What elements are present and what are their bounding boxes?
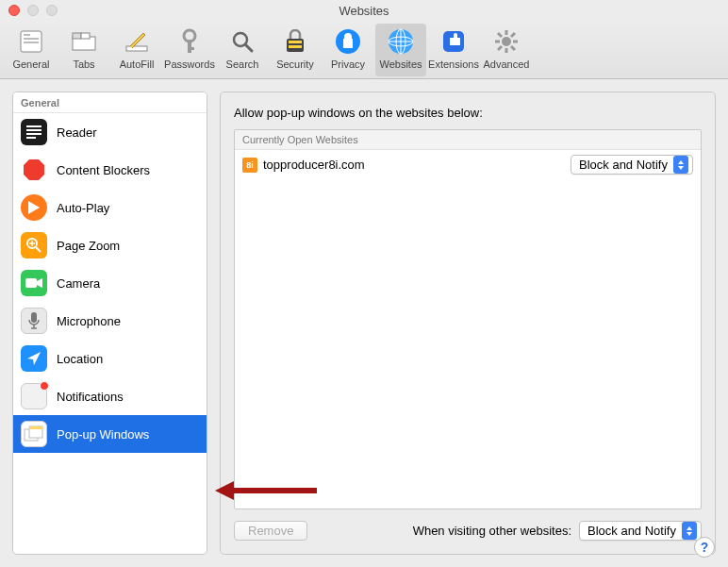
svg-rect-9	[188, 40, 191, 53]
toolbar-label: Websites	[379, 58, 422, 70]
sidebar-item-notifications[interactable]: Notifications	[13, 377, 207, 415]
sidebar-item-content-blockers[interactable]: Content Blockers	[13, 151, 207, 189]
site-domain: topproducer8i.com	[263, 158, 565, 172]
websites-icon	[386, 26, 416, 57]
toolbar-label: Security	[276, 58, 314, 70]
auto-play-icon	[21, 194, 47, 221]
reader-icon	[21, 119, 47, 145]
close-window-button[interactable]	[8, 5, 20, 16]
dropdown-arrows-icon	[682, 522, 697, 540]
traffic-lights	[8, 5, 58, 16]
main-heading: Allow pop-up windows on the websites bel…	[234, 106, 702, 120]
sidebar-item-label: Page Zoom	[57, 239, 120, 253]
svg-rect-33	[26, 129, 41, 131]
svg-rect-34	[26, 133, 41, 135]
help-button[interactable]: ?	[694, 537, 715, 558]
titlebar: Websites	[0, 0, 728, 21]
svg-line-31	[511, 33, 515, 37]
toolbar-label: General	[12, 58, 49, 70]
toolbar-label: Privacy	[331, 58, 365, 70]
site-favicon-icon: 8i	[242, 158, 257, 173]
svg-rect-15	[289, 45, 302, 48]
window-title: Websites	[339, 4, 389, 18]
sidebar-section-header: General	[13, 92, 207, 113]
dropdown-arrows-icon	[673, 156, 688, 174]
sidebar-item-label: Microphone	[57, 314, 121, 328]
svg-rect-1	[24, 34, 30, 36]
toolbar-tab-passwords[interactable]: Passwords	[164, 24, 215, 76]
passwords-icon	[174, 26, 205, 57]
toolbar-label: Advanced	[484, 58, 530, 70]
notifications-icon	[21, 383, 47, 409]
toolbar-label: Search	[226, 58, 259, 70]
search-icon	[227, 26, 257, 57]
location-icon	[21, 345, 47, 372]
toolbar-tab-websites[interactable]: Websites	[375, 24, 426, 76]
sidebar-item-label: Content Blockers	[57, 163, 150, 177]
toolbar-tab-autofill[interactable]: AutoFill	[111, 24, 162, 76]
sidebar-item-location[interactable]: Location	[13, 340, 207, 377]
panel-footer: Remove When visiting other websites: Blo…	[234, 521, 702, 541]
svg-rect-50	[29, 426, 42, 429]
advanced-icon	[491, 26, 521, 57]
sidebar-item-label: Notifications	[57, 390, 124, 404]
dropdown-value: Block and Notify	[579, 158, 668, 172]
svg-line-39	[36, 247, 41, 252]
sidebar-item-reader[interactable]: Reader	[13, 113, 207, 151]
toolbar-tab-security[interactable]: Security	[270, 24, 321, 76]
toolbar-tab-privacy[interactable]: Privacy	[323, 24, 373, 76]
sidebar-item-camera[interactable]: Camera	[13, 264, 207, 302]
general-icon	[16, 26, 46, 57]
security-icon	[280, 26, 310, 57]
svg-line-28	[498, 33, 502, 37]
svg-rect-3	[24, 42, 39, 43]
svg-rect-2	[24, 38, 39, 40]
settings-sidebar: General Reader Content Blockers	[12, 92, 207, 555]
toolbar-tab-general[interactable]: General	[6, 24, 57, 76]
sidebar-item-page-zoom[interactable]: Page Zoom	[13, 226, 207, 264]
svg-rect-14	[289, 41, 302, 43]
zoom-window-button[interactable]	[46, 5, 58, 16]
page-zoom-icon	[21, 232, 47, 258]
sidebar-item-popup-windows[interactable]: Pop-up Windows	[13, 415, 207, 453]
svg-marker-47	[27, 352, 41, 365]
toolbar-tab-search[interactable]: Search	[217, 24, 268, 76]
svg-rect-32	[26, 125, 41, 127]
privacy-icon	[333, 26, 363, 57]
svg-marker-37	[28, 201, 40, 214]
sidebar-item-label: Reader	[57, 125, 97, 140]
sidebar-item-microphone[interactable]: Microphone	[13, 302, 207, 340]
toolbar-label: Passwords	[164, 58, 215, 70]
svg-marker-43	[37, 278, 42, 288]
camera-icon	[21, 270, 47, 296]
svg-rect-35	[26, 137, 36, 139]
remove-button[interactable]: Remove	[234, 521, 307, 541]
site-list-header: Currently Open Websites	[235, 130, 701, 150]
toolbar-tab-advanced[interactable]: Advanced	[481, 24, 532, 76]
toolbar-label: Extensions	[428, 58, 479, 70]
toolbar-tab-tabs[interactable]: Tabs	[58, 24, 109, 76]
footer-label: When visiting other websites:	[413, 524, 571, 538]
tabs-icon	[69, 26, 99, 57]
svg-rect-6	[81, 33, 90, 39]
svg-point-23	[502, 37, 511, 46]
default-action-dropdown[interactable]: Block and Notify	[579, 521, 702, 541]
sidebar-item-label: Pop-up Windows	[57, 427, 149, 442]
toolbar-label: AutoFill	[120, 58, 155, 70]
autofill-icon	[122, 26, 152, 57]
sidebar-item-auto-play[interactable]: Auto-Play	[13, 189, 207, 226]
site-action-dropdown[interactable]: Block and Notify	[571, 155, 693, 175]
svg-line-30	[498, 46, 502, 50]
toolbar-tab-extensions[interactable]: Extensions	[428, 24, 479, 76]
svg-rect-10	[188, 47, 194, 50]
extensions-icon	[438, 26, 469, 57]
site-list: Currently Open Websites 8i topproducer8i…	[234, 129, 702, 509]
minimize-window-button[interactable]	[27, 5, 39, 16]
sidebar-list: Reader Content Blockers Auto-Play	[13, 113, 207, 554]
toolbar-label: Tabs	[73, 58, 94, 70]
site-row[interactable]: 8i topproducer8i.com Block and Notify	[235, 150, 701, 179]
microphone-icon	[21, 308, 47, 334]
svg-rect-5	[73, 33, 81, 39]
svg-line-12	[245, 44, 252, 51]
svg-rect-42	[25, 278, 37, 288]
